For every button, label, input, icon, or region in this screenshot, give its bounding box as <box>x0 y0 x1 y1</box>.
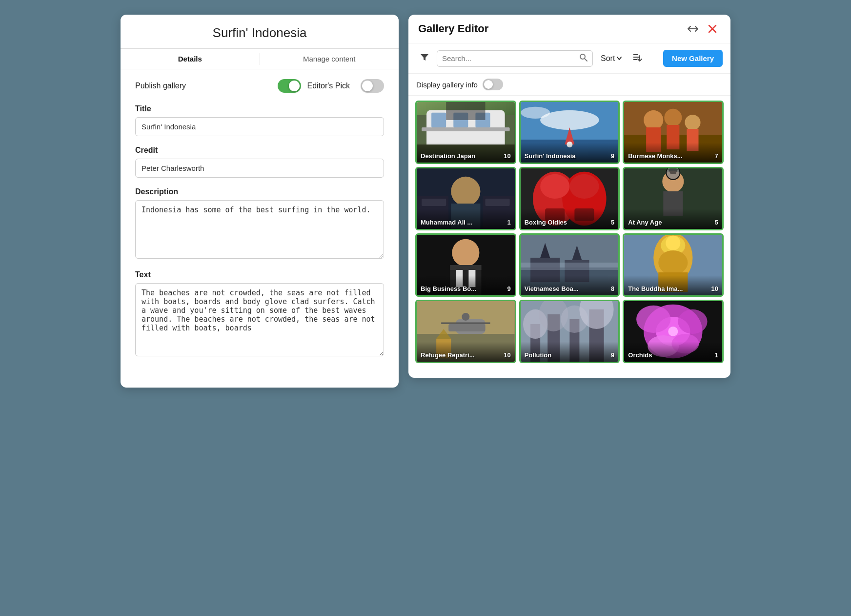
gallery-item-overlay: Vietnamese Boa... 8 <box>521 275 619 295</box>
gallery-item[interactable]: Destination Japan 10 <box>415 101 516 164</box>
svg-point-61 <box>659 250 688 275</box>
svg-point-68 <box>462 313 469 321</box>
resize-icon <box>688 25 698 32</box>
gallery-item[interactable]: Surfin' Indonesia 9 <box>519 101 620 164</box>
gallery-item-count: 1 <box>715 351 718 359</box>
svg-point-37 <box>540 174 569 199</box>
search-wrapper <box>437 50 593 67</box>
gallery-item-overlay: Orchids 1 <box>624 342 722 362</box>
toggle-row: Publish gallery Editor's Pick <box>135 79 384 93</box>
gallery-item-name: Pollution <box>525 351 552 359</box>
close-icon <box>708 24 717 33</box>
tab-manage-content[interactable]: Manage content <box>260 49 399 69</box>
svg-rect-11 <box>446 102 485 120</box>
gallery-item-overlay: The Buddha Ima... 10 <box>624 275 722 295</box>
svg-point-60 <box>666 236 681 250</box>
gallery-item-name: Refugee Repatri... <box>421 351 475 359</box>
resize-icon-button[interactable] <box>684 23 702 34</box>
gallery-item[interactable]: Pollution 9 <box>519 300 620 363</box>
search-input[interactable] <box>442 54 580 62</box>
text-textarea[interactable]: The beaches are not crowded, the seas ar… <box>135 283 384 356</box>
gallery-item-name: Burmese Monks... <box>628 152 682 160</box>
close-button[interactable] <box>704 22 721 35</box>
gallery-item-name: Surfin' Indonesia <box>525 152 576 160</box>
gallery-item-name: Vietnamese Boa... <box>525 285 579 292</box>
description-textarea[interactable]: Indonesia has some of the best surfing i… <box>135 200 384 259</box>
description-field-group: Description Indonesia has some of the be… <box>135 187 384 261</box>
publish-gallery-label: Publish gallery <box>135 82 272 90</box>
credit-field-group: Credit <box>135 146 384 178</box>
gallery-item[interactable]: Orchids 1 <box>623 300 724 363</box>
gallery-item-name: Boxing Oldies <box>525 219 567 226</box>
title-field-group: Title <box>135 104 384 136</box>
panel-body: Publish gallery Editor's Pick Title Cred… <box>121 69 399 378</box>
svg-point-84 <box>678 309 708 334</box>
toggle-knob-publish <box>289 81 300 91</box>
gallery-item-count: 7 <box>715 152 718 160</box>
gallery-item-overlay: Boxing Oldies 5 <box>521 209 619 229</box>
gallery-item[interactable]: The Buddha Ima... 10 <box>623 233 724 297</box>
filter-button[interactable] <box>416 50 433 66</box>
svg-point-21 <box>665 109 682 126</box>
gallery-item[interactable]: Boxing Oldies 5 <box>519 167 620 230</box>
sort-button[interactable]: Sort <box>597 51 626 66</box>
gallery-item-name: Big Business Bo... <box>421 285 476 292</box>
gallery-item-count: 10 <box>504 351 510 359</box>
gallery-item-overlay: Surfin' Indonesia 9 <box>521 143 619 163</box>
credit-input[interactable] <box>135 159 384 178</box>
toolbar-row: Sort New Gallery <box>408 43 730 74</box>
svg-rect-10 <box>422 127 510 131</box>
editors-pick-toggle[interactable] <box>361 79 384 93</box>
gallery-item[interactable]: Big Business Bo... 9 <box>415 233 516 297</box>
gallery-item-name: The Buddha Ima... <box>628 285 683 292</box>
gallery-item-name: Muhammad Ali ... <box>421 219 472 226</box>
gallery-item-count: 8 <box>611 285 614 292</box>
gallery-item-count: 5 <box>611 219 614 226</box>
gallery-item[interactable]: Refugee Repatri... 10 <box>415 300 516 363</box>
gallery-item-count: 10 <box>504 152 510 160</box>
svg-point-38 <box>569 174 599 199</box>
title-label: Title <box>135 104 384 113</box>
svg-point-83 <box>636 306 670 333</box>
gallery-item-overlay: Pollution 9 <box>521 342 619 362</box>
toggle-knob-editors-pick <box>362 81 373 91</box>
publish-gallery-toggle[interactable] <box>278 79 301 93</box>
svg-rect-56 <box>521 263 619 270</box>
gallery-item-overlay: At Any Age 5 <box>624 209 722 229</box>
svg-point-26 <box>451 177 480 206</box>
gallery-item-name: Orchids <box>628 351 652 359</box>
gallery-item-count: 9 <box>611 351 614 359</box>
svg-point-23 <box>685 115 701 130</box>
svg-rect-31 <box>485 199 509 206</box>
gallery-item-name: At Any Age <box>628 219 662 226</box>
gallery-item[interactable]: At Any Age 5 <box>623 167 724 230</box>
sort-order-button[interactable] <box>629 49 645 67</box>
display-gallery-info-label: Display gallery info <box>416 81 478 89</box>
gallery-item-overlay: Muhammad Ali ... 1 <box>417 209 515 229</box>
gallery-info-row: Display gallery info <box>408 74 730 96</box>
svg-point-87 <box>669 327 678 336</box>
search-icon <box>580 54 588 63</box>
gallery-item-name: Destination Japan <box>421 152 475 160</box>
filter-icon <box>420 53 429 61</box>
credit-label: Credit <box>135 146 384 155</box>
left-panel: Surfin' Indonesia Details Manage content… <box>121 15 399 388</box>
svg-rect-66 <box>448 324 485 331</box>
tab-details[interactable]: Details <box>121 49 260 69</box>
svg-point-45 <box>452 239 479 267</box>
gallery-item-overlay: Burmese Monks... 7 <box>624 143 722 163</box>
right-panel-header: Gallery Editor <box>408 15 730 43</box>
display-gallery-info-toggle[interactable] <box>483 79 503 90</box>
title-input[interactable] <box>135 117 384 136</box>
gallery-item[interactable]: Burmese Monks... 7 <box>623 101 724 164</box>
gallery-title: Surfin' Indonesia <box>121 15 399 48</box>
gallery-item-overlay: Big Business Bo... 9 <box>417 275 515 295</box>
gallery-grid: Destination Japan 10 Surfin' Indonesia <box>408 96 730 368</box>
gallery-item[interactable]: Vietnamese Boa... 8 <box>519 233 620 297</box>
toggle-knob-gallery-info <box>484 80 493 89</box>
new-gallery-button[interactable]: New Gallery <box>663 50 723 67</box>
sort-order-icon <box>632 52 642 62</box>
gallery-item-count: 1 <box>507 219 510 226</box>
gallery-item[interactable]: Muhammad Ali ... 1 <box>415 167 516 230</box>
description-label: Description <box>135 187 384 196</box>
